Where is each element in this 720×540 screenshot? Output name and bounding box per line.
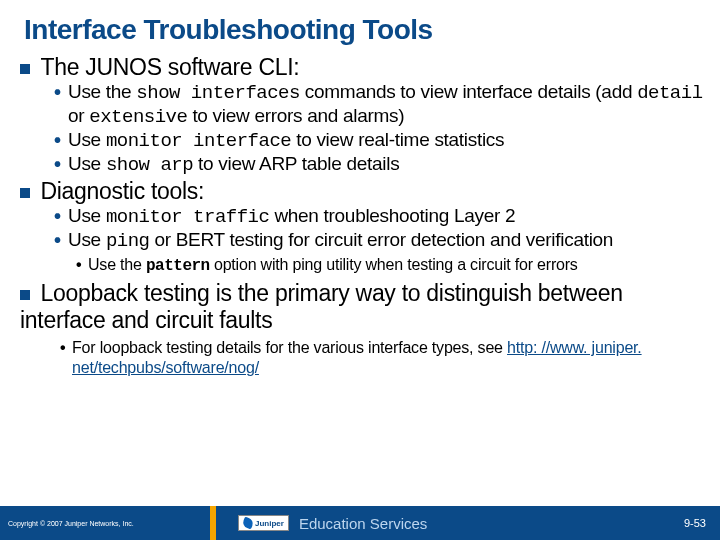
code-text: ping [106, 230, 150, 252]
top-bullet: The JUNOS software CLI: Use the show int… [20, 54, 710, 176]
subsub-bullet: Use the pattern option with ping utility… [76, 255, 710, 276]
footer-center: Juniper Education Services [210, 506, 650, 540]
sub-bullet: Use show arp to view ARP table details [54, 153, 710, 177]
top-bullet-text: The JUNOS software CLI: [40, 54, 299, 80]
square-bullet-icon [20, 64, 30, 74]
page-number: 9-53 [650, 506, 720, 540]
sub-bullet: Use monitor traffic when troubleshooting… [54, 205, 710, 229]
slide-title: Interface Troubleshooting Tools [0, 0, 720, 54]
square-bullet-icon [20, 188, 30, 198]
code-text: detail [637, 82, 702, 104]
slide: Interface Troubleshooting Tools The JUNO… [0, 0, 720, 540]
code-text: monitor traffic [106, 206, 270, 228]
square-bullet-icon [20, 290, 30, 300]
leaf-icon [242, 517, 255, 530]
brand-logo: Juniper [238, 515, 289, 531]
footer-tag: Education Services [299, 515, 427, 532]
code-text: show arp [106, 154, 193, 176]
sub-bullet: Use ping or BERT testing for circuit err… [54, 229, 710, 253]
bullet-list: The JUNOS software CLI: Use the show int… [20, 54, 710, 378]
doc-link[interactable]: http: //www. juniper. net/techpubs/softw… [72, 339, 642, 376]
copyright-text: Copyright © 2007 Juniper Networks, Inc. [0, 506, 210, 540]
code-text: show interfaces [136, 82, 300, 104]
subsub-list: For loopback testing details for the var… [20, 338, 710, 378]
sub-bullet: Use monitor interface to view real-time … [54, 129, 710, 153]
brand-name: Juniper [255, 519, 284, 528]
top-bullet: Loopback testing is the primary way to d… [20, 280, 710, 378]
footer-bar: Copyright © 2007 Juniper Networks, Inc. … [0, 506, 720, 540]
subsub-bullet: For loopback testing details for the var… [60, 338, 710, 378]
slide-content: The JUNOS software CLI: Use the show int… [0, 54, 720, 506]
sub-list: Use monitor traffic when troubleshooting… [20, 205, 710, 253]
sub-bullet: Use the show interfaces commands to view… [54, 81, 710, 129]
top-bullet-text: Diagnostic tools: [40, 178, 204, 204]
code-bold-text: pattern [146, 257, 210, 275]
top-bullet: Diagnostic tools: Use monitor traffic wh… [20, 178, 710, 276]
subsub-list: Use the pattern option with ping utility… [20, 255, 710, 276]
top-bullet-text: Loopback testing is the primary way to d… [20, 280, 623, 333]
code-text: extensive [89, 106, 187, 128]
code-text: monitor interface [106, 130, 291, 152]
juniper-logo-icon: Juniper [238, 515, 289, 531]
sub-list: Use the show interfaces commands to view… [20, 81, 710, 176]
